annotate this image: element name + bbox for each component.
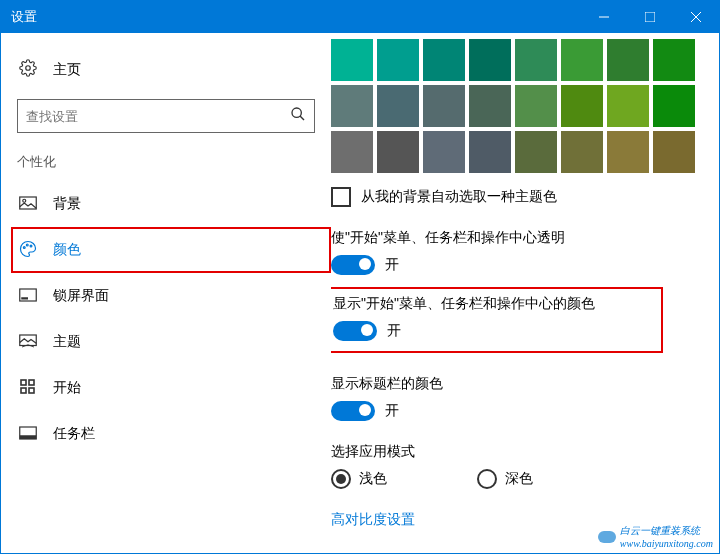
svg-point-8 — [23, 199, 26, 202]
sidebar-item-lockscreen[interactable]: 锁屏界面 — [11, 273, 331, 319]
toggle-label: 开 — [387, 322, 401, 340]
sidebar-item-home[interactable]: 主页 — [11, 51, 331, 89]
close-button[interactable] — [673, 1, 719, 33]
svg-point-11 — [30, 245, 32, 247]
search-field[interactable] — [26, 109, 290, 124]
transparency-title: 使"开始"菜单、任务栏和操作中心透明 — [331, 229, 719, 247]
gear-icon — [17, 59, 39, 81]
color-swatch[interactable] — [653, 39, 695, 81]
watermark-brand: 白云一键重装系统 — [620, 524, 713, 538]
svg-point-10 — [26, 243, 28, 245]
show-color-toggle[interactable]: 开 — [333, 321, 653, 341]
radio-label: 深色 — [505, 470, 533, 488]
toggle-switch-icon — [331, 255, 375, 275]
svg-rect-1 — [645, 12, 655, 22]
color-swatch[interactable] — [607, 131, 649, 173]
show-color-highlight: 显示"开始"菜单、任务栏和操作中心的颜色 开 — [331, 287, 663, 353]
color-swatch[interactable] — [561, 39, 603, 81]
svg-point-5 — [292, 108, 301, 117]
color-swatch[interactable] — [423, 39, 465, 81]
color-swatch[interactable] — [607, 85, 649, 127]
color-swatch[interactable] — [331, 85, 373, 127]
auto-theme-checkbox[interactable]: 从我的背景自动选取一种主题色 — [331, 187, 719, 207]
theme-icon — [17, 334, 39, 351]
radio-label: 浅色 — [359, 470, 387, 488]
start-icon — [17, 379, 39, 398]
color-swatch[interactable] — [607, 39, 649, 81]
color-swatch[interactable] — [515, 39, 557, 81]
toggle-switch-icon — [333, 321, 377, 341]
maximize-button[interactable] — [627, 1, 673, 33]
svg-rect-16 — [29, 380, 34, 385]
app-mode-radio-light[interactable]: 浅色 — [331, 469, 387, 489]
color-swatch[interactable] — [561, 85, 603, 127]
palette-icon — [17, 240, 39, 261]
sidebar-item-label: 锁屏界面 — [53, 287, 109, 305]
window-title: 设置 — [11, 8, 581, 26]
checkbox-icon — [331, 187, 351, 207]
title-bar-color-toggle[interactable]: 开 — [331, 401, 719, 421]
svg-rect-15 — [21, 380, 26, 385]
color-swatch-grid — [331, 39, 719, 173]
svg-rect-20 — [20, 435, 37, 439]
svg-line-6 — [300, 116, 304, 120]
color-swatch[interactable] — [377, 85, 419, 127]
checkbox-label: 从我的背景自动选取一种主题色 — [361, 188, 557, 206]
sidebar-item-label: 主页 — [53, 61, 81, 79]
color-swatch[interactable] — [377, 39, 419, 81]
minimize-button[interactable] — [581, 1, 627, 33]
title-bar-color-title: 显示标题栏的颜色 — [331, 375, 719, 393]
toggle-label: 开 — [385, 256, 399, 274]
color-swatch[interactable] — [515, 131, 557, 173]
sidebar-item-label: 颜色 — [53, 241, 81, 259]
sidebar-item-label: 背景 — [53, 195, 81, 213]
svg-rect-13 — [21, 297, 28, 299]
sidebar-item-taskbar[interactable]: 任务栏 — [11, 411, 331, 457]
transparency-toggle[interactable]: 开 — [331, 255, 719, 275]
color-swatch[interactable] — [469, 85, 511, 127]
color-swatch[interactable] — [377, 131, 419, 173]
toggle-label: 开 — [385, 402, 399, 420]
search-input[interactable] — [17, 99, 315, 133]
color-swatch[interactable] — [331, 131, 373, 173]
sidebar-item-label: 主题 — [53, 333, 81, 351]
svg-point-9 — [23, 246, 25, 248]
color-swatch[interactable] — [469, 131, 511, 173]
color-swatch[interactable] — [423, 131, 465, 173]
color-swatch[interactable] — [423, 85, 465, 127]
sidebar-item-start[interactable]: 开始 — [11, 365, 331, 411]
svg-point-4 — [26, 66, 31, 71]
lockscreen-icon — [17, 288, 39, 305]
show-color-title: 显示"开始"菜单、任务栏和操作中心的颜色 — [333, 295, 653, 313]
svg-rect-7 — [20, 197, 37, 209]
sidebar-item-background[interactable]: 背景 — [11, 181, 331, 227]
sidebar-item-label: 开始 — [53, 379, 81, 397]
app-mode-radio-dark[interactable]: 深色 — [477, 469, 533, 489]
sidebar-item-colors[interactable]: 颜色 — [11, 227, 331, 273]
taskbar-icon — [17, 426, 39, 443]
watermark-url: www.baiyunxitong.com — [620, 538, 713, 549]
svg-rect-18 — [29, 388, 34, 393]
toggle-switch-icon — [331, 401, 375, 421]
color-swatch[interactable] — [515, 85, 557, 127]
app-mode-title: 选择应用模式 — [331, 443, 719, 461]
color-swatch[interactable] — [653, 131, 695, 173]
sidebar: 主页 个性化 背景 颜色 — [1, 33, 331, 553]
titlebar: 设置 — [1, 1, 719, 33]
search-icon — [290, 106, 306, 126]
svg-rect-17 — [21, 388, 26, 393]
sidebar-group-title: 个性化 — [17, 153, 331, 171]
cloud-icon — [598, 531, 616, 543]
color-swatch[interactable] — [561, 131, 603, 173]
color-swatch[interactable] — [331, 39, 373, 81]
sidebar-item-themes[interactable]: 主题 — [11, 319, 331, 365]
color-swatch[interactable] — [653, 85, 695, 127]
radio-icon — [331, 469, 351, 489]
radio-icon — [477, 469, 497, 489]
sidebar-item-label: 任务栏 — [53, 425, 95, 443]
color-swatch[interactable] — [469, 39, 511, 81]
main-panel: 从我的背景自动选取一种主题色 使"开始"菜单、任务栏和操作中心透明 开 显示"开… — [331, 33, 719, 553]
watermark: 白云一键重装系统 www.baiyunxitong.com — [598, 524, 713, 549]
picture-icon — [17, 196, 39, 213]
